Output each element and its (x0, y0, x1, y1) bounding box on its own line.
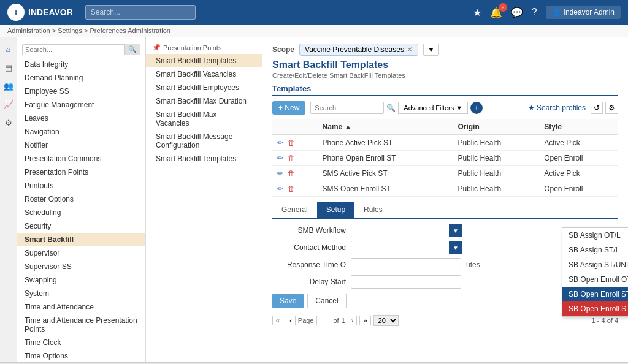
contact-method-input[interactable] (351, 241, 462, 254)
left-menu-item[interactable]: Swapping (17, 273, 145, 287)
table-row: ✏ 🗑 SMS Active Pick ST Public Health Act… (272, 166, 618, 181)
cancel-button[interactable]: Cancel (307, 294, 346, 308)
left-menu-item[interactable]: Leaves (17, 112, 145, 125)
left-menu-item[interactable]: Employee SS (17, 85, 145, 98)
global-search-input[interactable] (85, 5, 196, 20)
refresh-button[interactable]: ↺ (591, 102, 603, 114)
save-button[interactable]: Save (272, 294, 304, 308)
dropdown-option[interactable]: SB Open Enroll ST/L (562, 287, 628, 301)
edit-icon[interactable]: ✏ (277, 154, 283, 162)
tab-general[interactable]: General (272, 202, 317, 218)
left-menu-item[interactable]: Time Options (17, 349, 145, 362)
dropdown-option[interactable]: SB Assign ST/UNL (562, 257, 628, 272)
search-filter-area: 🔍 Advanced Filters ▼ + (310, 102, 523, 114)
page-prev-button[interactable]: ‹ (286, 316, 296, 325)
edit-icon[interactable]: ✏ (277, 169, 283, 178)
delete-icon[interactable]: 🗑 (288, 184, 295, 193)
delay-start-input[interactable]: 0 (351, 275, 461, 289)
page-first-button[interactable]: « (272, 316, 283, 325)
edit-icon[interactable]: ✏ (277, 184, 283, 193)
middle-nav-item[interactable]: Smart Backfill Message Configuration (146, 130, 262, 152)
left-menu-item[interactable]: Presentation Commons (17, 152, 145, 165)
middle-nav-item[interactable]: Smart Backfill Vacancies (146, 67, 262, 81)
dropdown-option[interactable]: SB Assign OT/L (562, 228, 628, 243)
left-menu-item[interactable]: Supervisor SS (17, 260, 145, 273)
nav-icons: ★ 🔔 2 💬 ? 👤 Indeavor Admin (473, 6, 621, 19)
left-menu-item[interactable]: Fatigue Management (17, 98, 145, 112)
left-menu-item[interactable]: Scheduling (17, 206, 145, 219)
sidebar-icon-home[interactable]: ⌂ (2, 42, 15, 56)
scope-dropdown-button[interactable]: ▼ (423, 44, 439, 56)
left-menu-item[interactable]: Roster Options (17, 192, 145, 206)
row-style: Open Enroll (539, 181, 618, 197)
left-menu-item[interactable]: Data Integrity (17, 58, 145, 71)
left-menu-item[interactable]: Security (17, 219, 145, 233)
middle-nav-item[interactable]: Smart Backfill Max Duration (146, 94, 262, 108)
tab-setup[interactable]: Setup (317, 202, 354, 218)
row-actions: ✏ 🗑 (272, 151, 318, 166)
content-area: Scope Vaccine Preventable Diseases ✕ ▼ S… (262, 37, 628, 362)
smb-workflow-select-wrapper: SB Open Enroll ST/L ▼ (351, 224, 462, 237)
middle-nav-item[interactable]: Smart Backfill Templates (146, 54, 262, 67)
row-actions: ✏ 🗑 (272, 181, 318, 197)
advanced-filters-button[interactable]: Advanced Filters ▼ (398, 102, 468, 114)
page-next-button[interactable]: › (348, 316, 358, 325)
sidebar-icon-document[interactable]: ▤ (2, 61, 15, 74)
dropdown-option[interactable]: SB Assign ST/L (562, 243, 628, 257)
left-menu-item[interactable]: System (17, 287, 145, 300)
col-header-style[interactable]: Style (539, 119, 618, 135)
favorites-icon[interactable]: ★ (473, 7, 481, 18)
page-number-input[interactable]: 1 (316, 316, 331, 325)
delete-icon[interactable]: 🗑 (288, 154, 295, 162)
add-filter-button[interactable]: + (470, 102, 483, 114)
scope-remove-icon[interactable]: ✕ (407, 45, 413, 54)
left-menu-search-button[interactable]: 🔍 (124, 44, 140, 55)
per-page-select[interactable]: 20 (373, 315, 399, 326)
tab-rules[interactable]: Rules (354, 202, 392, 218)
left-menu-item[interactable]: Demand Planning (17, 71, 145, 85)
page-last-button[interactable]: » (359, 316, 370, 325)
col-header-name[interactable]: Name ▲ (318, 119, 453, 135)
response-time-label: Response Time O (272, 260, 346, 269)
results-count: 1 - 4 of 4 (592, 317, 618, 324)
edit-icon[interactable]: ✏ (277, 138, 283, 147)
user-menu-button[interactable]: 👤 Indeavor Admin (546, 6, 621, 19)
left-menu-item[interactable]: Printouts (17, 179, 145, 192)
search-filter-icon: 🔍 (386, 104, 396, 112)
middle-nav-item[interactable]: Smart Backfill Employees (146, 81, 262, 94)
left-menu-item[interactable]: Notifier (17, 138, 145, 152)
notifications-icon[interactable]: 🔔 2 (490, 7, 502, 18)
sidebar-icon-chart[interactable]: 📈 (2, 97, 15, 111)
notification-badge: 2 (499, 3, 507, 12)
new-button[interactable]: + New (272, 101, 305, 115)
left-menu-list: Data IntegrityDemand PlanningEmployee SS… (17, 58, 145, 362)
left-menu-search-input[interactable] (22, 44, 124, 55)
dropdown-option[interactable]: SB Open Enroll ST/UNL (562, 301, 628, 316)
left-menu-item[interactable]: Time and Attendance Presentation Points (17, 314, 145, 336)
smb-workflow-input[interactable]: SB Open Enroll ST/L (351, 224, 462, 237)
left-menu-item[interactable]: Time and Attendance (17, 300, 145, 314)
help-icon[interactable]: ? (532, 7, 537, 18)
tabs-bar: GeneralSetupRules (272, 202, 618, 219)
middle-nav-item[interactable]: Smart Backfill Max Vacancies (146, 108, 262, 130)
breadcrumb: Administration > Settings > Preferences … (0, 25, 628, 37)
messages-icon[interactable]: 💬 (511, 7, 523, 18)
delete-icon[interactable]: 🗑 (288, 138, 295, 147)
response-time-input[interactable] (351, 258, 461, 271)
delete-icon[interactable]: 🗑 (288, 169, 295, 178)
settings-button[interactable]: ⚙ (605, 102, 618, 114)
sidebar-icon-people[interactable]: 👥 (2, 79, 15, 93)
contact-method-dropdown-arrow[interactable]: ▼ (449, 241, 462, 254)
table-search-input[interactable] (310, 102, 384, 114)
col-header-origin[interactable]: Origin (453, 119, 539, 135)
search-profiles-button[interactable]: ★ Search profiles (528, 104, 586, 112)
left-menu-item[interactable]: Supervisor (17, 246, 145, 260)
dropdown-option[interactable]: SB Open Enroll OT/L (562, 272, 628, 287)
left-menu-item[interactable]: Time Clock (17, 336, 145, 349)
smb-workflow-dropdown-arrow[interactable]: ▼ (449, 224, 462, 237)
middle-nav-item[interactable]: Smart Backfill Templates (146, 152, 262, 165)
sidebar-icon-settings[interactable]: ⚙ (2, 116, 15, 129)
left-menu-item[interactable]: Navigation (17, 125, 145, 138)
left-menu-item[interactable]: Presentation Points (17, 165, 145, 179)
left-menu-item[interactable]: Smart Backfill (17, 233, 145, 246)
